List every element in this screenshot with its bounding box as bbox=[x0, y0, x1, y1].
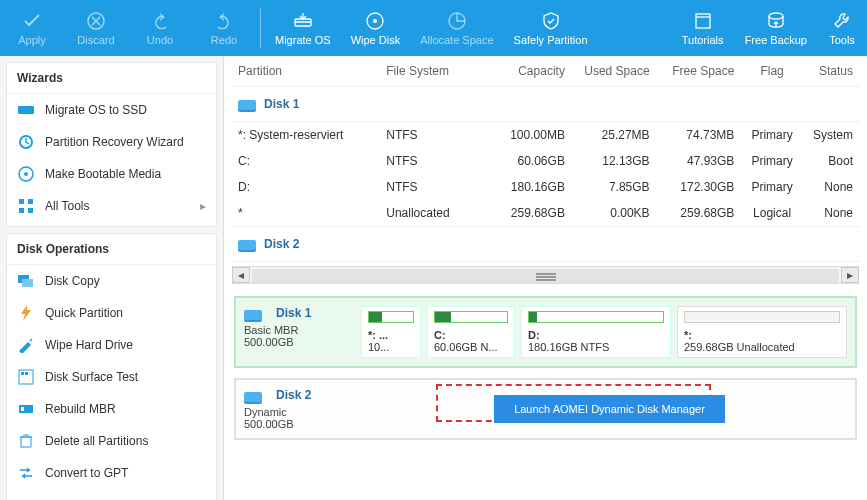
svg-rect-14 bbox=[28, 208, 33, 213]
sidebar-item-label: Quick Partition bbox=[45, 306, 123, 320]
tools-button[interactable]: Tools bbox=[817, 0, 867, 56]
safely-partition-button[interactable]: Safely Partition bbox=[504, 0, 598, 56]
svg-rect-7 bbox=[18, 106, 34, 114]
ssd-icon bbox=[17, 101, 35, 119]
wrench-icon bbox=[831, 10, 853, 32]
sidebar-item-label: Partition Recovery Wizard bbox=[45, 135, 184, 149]
sidebar: Wizards Migrate OS to SSD Partition Reco… bbox=[0, 56, 224, 500]
sidebar-item-label: Wipe Hard Drive bbox=[45, 338, 133, 352]
book-icon bbox=[692, 10, 714, 32]
svg-rect-13 bbox=[19, 208, 24, 213]
sidebar-item-bootable-media[interactable]: Make Bootable Media bbox=[7, 158, 216, 190]
pie-icon bbox=[446, 10, 468, 32]
col-status[interactable]: Status bbox=[804, 56, 859, 87]
undo-icon bbox=[149, 10, 171, 32]
svg-rect-21 bbox=[21, 407, 24, 411]
col-fs[interactable]: File System bbox=[380, 56, 486, 87]
delete-icon bbox=[17, 432, 35, 450]
partitions-table: Partition File System Capacity Used Spac… bbox=[232, 56, 859, 262]
scroll-left-button[interactable]: ◂ bbox=[232, 267, 250, 283]
partition-row[interactable]: *Unallocated259.68GB0.00KB259.68GBLogica… bbox=[232, 200, 859, 227]
wizards-panel: Wizards Migrate OS to SSD Partition Reco… bbox=[6, 62, 217, 227]
disk-header-row[interactable]: Disk 1 bbox=[232, 87, 859, 122]
wipe-icon bbox=[364, 10, 386, 32]
sidebar-item-partition-recovery[interactable]: Partition Recovery Wizard bbox=[7, 126, 216, 158]
svg-point-3 bbox=[373, 19, 377, 23]
backup-icon bbox=[765, 10, 787, 32]
partition-block[interactable]: D:180.16GB NTFS bbox=[521, 306, 671, 358]
sidebar-item-delete-partitions[interactable]: Delete all Partitions bbox=[7, 425, 216, 457]
erase-icon bbox=[17, 496, 35, 500]
disk-header-row[interactable]: Disk 2 bbox=[232, 227, 859, 262]
svg-rect-19 bbox=[25, 372, 28, 375]
sidebar-item-label: Convert to GPT bbox=[45, 466, 128, 480]
partition-row[interactable]: D:NTFS180.16GB7.85GB172.30GBPrimaryNone bbox=[232, 174, 859, 200]
lightning-icon bbox=[17, 304, 35, 322]
disk-ops-header: Disk Operations bbox=[7, 234, 216, 265]
convert-icon bbox=[17, 464, 35, 482]
sidebar-item-label: Disk Copy bbox=[45, 274, 100, 288]
chevron-right-icon: ▸ bbox=[200, 199, 206, 213]
undo-button[interactable]: Undo bbox=[128, 0, 192, 56]
recovery-icon bbox=[17, 133, 35, 151]
tutorials-button[interactable]: Tutorials bbox=[671, 0, 735, 56]
sidebar-item-wipe-drive[interactable]: Wipe Hard Drive bbox=[7, 329, 216, 361]
partition-row[interactable]: *: System-reserviertNTFS100.00MB25.27MB7… bbox=[232, 122, 859, 149]
sidebar-item-all-tools[interactable]: All Tools ▸ bbox=[7, 190, 216, 222]
col-free[interactable]: Free Space bbox=[656, 56, 741, 87]
disk-icon bbox=[244, 310, 262, 320]
col-capacity[interactable]: Capacity bbox=[486, 56, 571, 87]
svg-rect-5 bbox=[696, 14, 710, 28]
partition-block[interactable]: C:60.06GB N... bbox=[427, 306, 515, 358]
svg-rect-11 bbox=[19, 199, 24, 204]
sidebar-item-label: Disk Surface Test bbox=[45, 370, 138, 384]
disk-layout-row-1[interactable]: Disk 1 Basic MBR 500.00GB *: ...10...C:6… bbox=[234, 296, 857, 368]
svg-rect-22 bbox=[21, 437, 31, 447]
migrate-os-button[interactable]: Migrate OS bbox=[265, 0, 341, 56]
col-partition[interactable]: Partition bbox=[232, 56, 380, 87]
allocate-space-button[interactable]: Allocate Space bbox=[410, 0, 503, 56]
discard-icon bbox=[85, 10, 107, 32]
sidebar-item-ssd-erase[interactable]: SSD Secure Erase bbox=[7, 489, 216, 500]
redo-icon bbox=[213, 10, 235, 32]
disk-layout-row-2[interactable]: Disk 2 Dynamic 500.00GB Launch AOMEI Dyn… bbox=[234, 378, 857, 440]
sidebar-item-convert-gpt[interactable]: Convert to GPT bbox=[7, 457, 216, 489]
discard-button[interactable]: Discard bbox=[64, 0, 128, 56]
launch-dynamic-disk-button[interactable]: Launch AOMEI Dynamic Disk Manager bbox=[494, 395, 725, 423]
apply-button[interactable]: Apply bbox=[0, 0, 64, 56]
svg-rect-18 bbox=[21, 372, 24, 375]
sidebar-item-rebuild-mbr[interactable]: Rebuild MBR bbox=[7, 393, 216, 425]
partition-block[interactable]: *:259.68GB Unallocated bbox=[677, 306, 847, 358]
scroll-right-button[interactable]: ▸ bbox=[841, 267, 859, 283]
sidebar-item-label: Make Bootable Media bbox=[45, 167, 161, 181]
wipe-disk-button[interactable]: Wipe Disk bbox=[341, 0, 411, 56]
sidebar-item-surface-test[interactable]: Disk Surface Test bbox=[7, 361, 216, 393]
free-backup-button[interactable]: Free Backup bbox=[735, 0, 817, 56]
sidebar-item-quick-partition[interactable]: Quick Partition bbox=[7, 297, 216, 329]
svg-point-6 bbox=[769, 13, 783, 19]
top-toolbar: Apply Discard Undo Redo Migrate OS Wipe … bbox=[0, 0, 867, 56]
sidebar-item-migrate-os[interactable]: Migrate OS to SSD bbox=[7, 94, 216, 126]
sidebar-item-label: All Tools bbox=[45, 199, 89, 213]
redo-button[interactable]: Redo bbox=[192, 0, 256, 56]
check-icon bbox=[21, 10, 43, 32]
shield-icon bbox=[540, 10, 562, 32]
wizards-header: Wizards bbox=[7, 63, 216, 94]
horizontal-scrollbar[interactable]: ◂ ▸ bbox=[232, 266, 859, 284]
content-area: Partition File System Capacity Used Spac… bbox=[224, 56, 867, 500]
mbr-icon bbox=[17, 400, 35, 418]
svg-rect-16 bbox=[22, 279, 33, 287]
partition-block[interactable]: *: ...10... bbox=[361, 306, 421, 358]
sidebar-item-label: Delete all Partitions bbox=[45, 434, 148, 448]
svg-point-10 bbox=[24, 172, 28, 176]
col-used[interactable]: Used Space bbox=[571, 56, 656, 87]
disk-icon bbox=[244, 392, 262, 402]
disc-icon bbox=[17, 165, 35, 183]
sidebar-item-label: Migrate OS to SSD bbox=[45, 103, 147, 117]
sidebar-item-disk-copy[interactable]: Disk Copy bbox=[7, 265, 216, 297]
grid-icon bbox=[17, 197, 35, 215]
partition-row[interactable]: C:NTFS60.06GB12.13GB47.93GBPrimaryBoot bbox=[232, 148, 859, 174]
col-flag[interactable]: Flag bbox=[740, 56, 804, 87]
broom-icon bbox=[17, 336, 35, 354]
test-icon bbox=[17, 368, 35, 386]
